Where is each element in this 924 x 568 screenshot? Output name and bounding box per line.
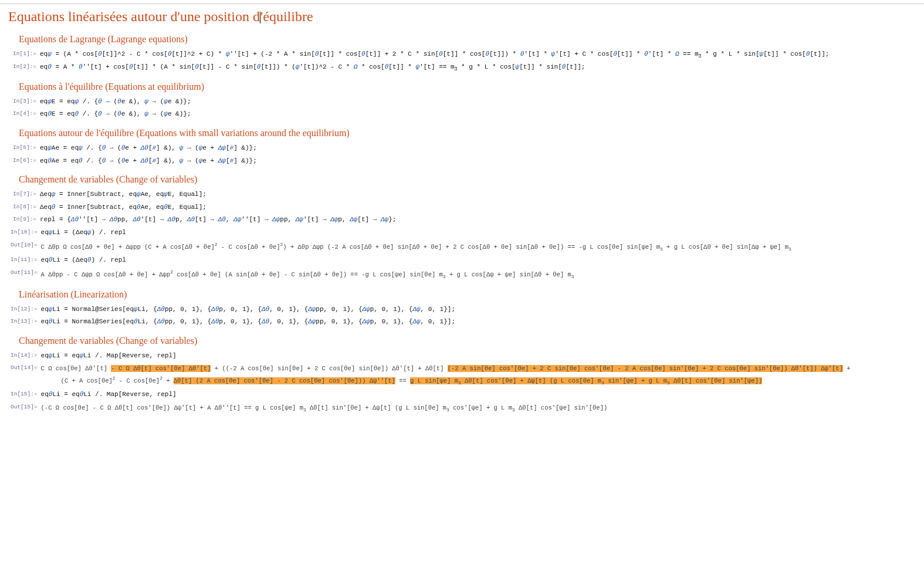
out15-text: (-C Ω cos[θe] - C Ω Δθ[t] cos'[θe]) Δψ'[… [41, 403, 608, 414]
cell-in7[interactable]: In[7]:= Δeqψ = Inner[Subtract, eqψAe, eq… [11, 190, 916, 200]
title-post: équilibre [263, 9, 313, 24]
cell-in10[interactable]: In[10]:= eqψLi = (Δeqψ) /. repl [11, 228, 916, 238]
label-out14: Out[14]= [11, 363, 38, 371]
cell-out14: Out[14]= C Ω cos[θe] Δθ'[t] - C Ω Δθ[t] … [11, 363, 916, 387]
section-small-var: Equations autour de l'équilibre (Equatio… [19, 128, 916, 138]
label-in9: In[9]:= [11, 215, 36, 222]
top-divider [0, 4, 924, 4]
page-title[interactable]: Equations linéarisées autour d'une posit… [8, 9, 916, 25]
text-caret [260, 12, 260, 23]
out14-text: C Ω cos[θe] Δθ'[t] - C Ω Δθ[t] cos'[θe] … [41, 363, 851, 387]
label-in14: In[14]:= [11, 351, 38, 359]
cell-out10: Out[10]= C Δθp Ω cos[Δθ + θe] + Δψpp (C … [11, 241, 916, 253]
label-in7: In[7]:= [11, 190, 36, 197]
code-in8[interactable]: Δeqθ = Inner[Subtract, eqθAe, eqθE, Equa… [40, 202, 207, 213]
cell-out15: Out[15]= (-C Ω cos[θe] - C Ω Δθ[t] cos'[… [11, 403, 916, 414]
label-in4: In[4]:= [11, 109, 36, 117]
code-in6[interactable]: eqθAe = eqθ /. {θ → (θe + Δθ[#] &), ψ → … [40, 156, 257, 167]
code-in13[interactable]: eqθLi = Normal@Series[eqθLi, {Δθpp, 0, 1… [41, 317, 455, 327]
section-linearization: Linéarisation (Linearization) [19, 289, 916, 300]
code-in12[interactable]: eqψLi = Normal@Series[eqψLi, {Δθpp, 0, 1… [41, 305, 455, 315]
label-in10: In[10]:= [11, 228, 38, 235]
cell-in11[interactable]: In[11]:= eqθLi = (Δeqθ) /. repl [11, 255, 916, 266]
cell-in15[interactable]: In[15]:= eqθLi = eqθLi /. Map[Reverse, r… [11, 390, 916, 400]
label-out15: Out[15]= [11, 403, 38, 410]
label-in13: In[13]:= [11, 317, 38, 324]
code-in3[interactable]: eqψE = eqψ /. {θ → (θe &), ψ → (ψe &)}; [40, 97, 191, 107]
code-in14[interactable]: eqψLi = eqψLi /. Map[Reverse, repl] [41, 351, 177, 361]
label-in12: In[12]:= [11, 305, 38, 312]
cell-in5[interactable]: In[5]:= eqψAe = eqψ /. {θ → (θe + Δθ[#] … [11, 143, 916, 154]
section-changevar2: Changement de variables (Change of varia… [19, 336, 916, 346]
cell-in14[interactable]: In[14]:= eqψLi = eqψLi /. Map[Reverse, r… [11, 351, 916, 361]
label-in11: In[11]:= [11, 255, 38, 263]
code-in2[interactable]: eqθ = A * θ''[t] + cos[θ[t]] * (A * sin[… [40, 62, 585, 73]
cell-in8[interactable]: In[8]:= Δeqθ = Inner[Subtract, eqθAe, eq… [11, 202, 916, 213]
code-in4[interactable]: eqθE = eqθ /. {θ → (θe &), ψ → (ψe &)}; [40, 109, 191, 120]
cell-in6[interactable]: In[6]:= eqθAe = eqθ /. {θ → (θe + Δθ[#] … [11, 156, 916, 167]
section-changevar1: Changement de variables (Change of varia… [19, 174, 916, 185]
title-pre: Equations linéarisées autour d'une posit… [8, 9, 260, 24]
notebook-content: Equations linéarisées autour d'une posit… [0, 9, 924, 422]
label-in8: In[8]:= [11, 202, 36, 210]
code-in11[interactable]: eqθLi = (Δeqθ) /. repl [41, 255, 126, 266]
code-in7[interactable]: Δeqψ = Inner[Subtract, eqψAe, eqψE, Equa… [40, 190, 207, 200]
label-in3: In[3]:= [11, 97, 36, 104]
label-in5: In[5]:= [11, 143, 36, 151]
cell-in12[interactable]: In[12]:= eqψLi = Normal@Series[eqψLi, {Δ… [11, 305, 916, 315]
code-in5[interactable]: eqψAe = eqψ /. {θ → (θe + Δθ[#] &), ψ → … [40, 143, 257, 154]
cell-in4[interactable]: In[4]:= eqθE = eqθ /. {θ → (θe &), ψ → (… [11, 109, 916, 120]
label-out11: Out[11]= [11, 268, 38, 276]
code-in10[interactable]: eqψLi = (Δeqψ) /. repl [41, 228, 126, 238]
out11-text: A Δθpp - C Δψp Ω cos[Δθ + θe] + Δψp2 cos… [41, 268, 574, 281]
cell-in3[interactable]: In[3]:= eqψE = eqψ /. {θ → (θe &), ψ → (… [11, 97, 916, 107]
cell-in1[interactable]: In[1]:= eqψ = (A * cos[θ[t]]^2 - C * cos… [11, 49, 916, 60]
code-in1[interactable]: eqψ = (A * cos[θ[t]]^2 - C * cos[θ[t]]^2… [40, 49, 829, 60]
section-lagrange: Equations de Lagrange (Lagrange equation… [19, 34, 916, 45]
code-in9[interactable]: repl = {Δθ''[t] → Δθpp, Δθ'[t] → Δθp, Δθ… [40, 215, 396, 225]
cell-in9[interactable]: In[9]:= repl = {Δθ''[t] → Δθpp, Δθ'[t] →… [11, 215, 916, 225]
out10-text: C Δθp Ω cos[Δθ + θe] + Δψpp (C + A cos[Δ… [41, 241, 791, 253]
label-in15: In[15]:= [11, 390, 38, 397]
cell-in2[interactable]: In[2]:= eqθ = A * θ''[t] + cos[θ[t]] * (… [11, 62, 916, 73]
label-in1: In[1]:= [11, 49, 36, 57]
code-in15[interactable]: eqθLi = eqθLi /. Map[Reverse, repl] [41, 390, 177, 400]
label-in2: In[2]:= [11, 62, 36, 70]
cell-out11: Out[11]= A Δθpp - C Δψp Ω cos[Δθ + θe] +… [11, 268, 916, 281]
cell-in13[interactable]: In[13]:= eqθLi = Normal@Series[eqθLi, {Δ… [11, 317, 916, 327]
section-equilibrium: Equations à l'équilibre (Equations at eq… [19, 82, 916, 92]
label-out10: Out[10]= [11, 241, 38, 248]
label-in6: In[6]:= [11, 156, 36, 164]
